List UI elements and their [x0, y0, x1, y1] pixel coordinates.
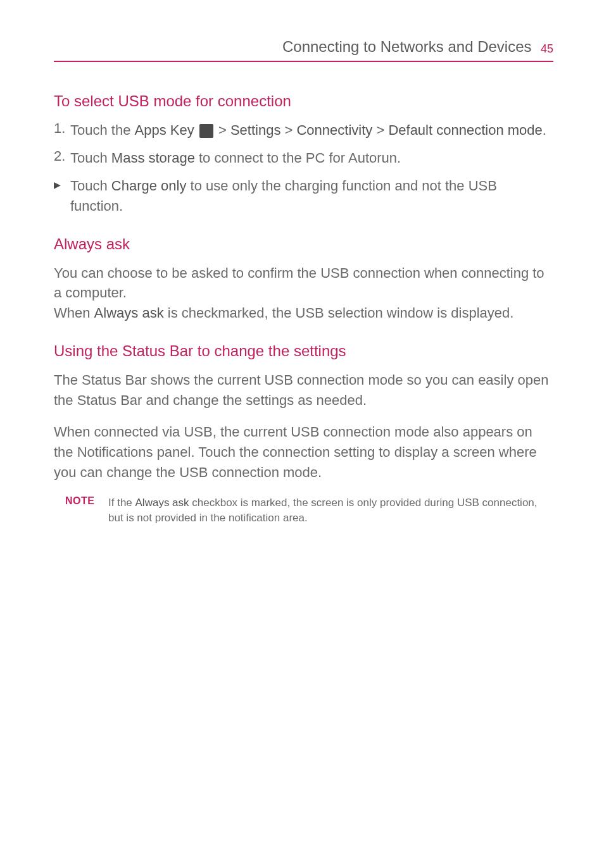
page-number: 45 — [541, 42, 553, 55]
paragraph: When Always ask is checkmarked, the USB … — [54, 303, 553, 323]
bullet-content: Touch Charge only to use only the chargi… — [70, 176, 553, 216]
always-ask-label: Always ask — [94, 305, 164, 321]
step-2: 2. Touch Mass storage to connect to the … — [54, 148, 553, 168]
text: > — [215, 122, 230, 138]
apps-key-label: Apps Key — [135, 122, 194, 138]
apps-key-icon — [199, 124, 213, 138]
section-heading-always-ask: Always ask — [54, 235, 553, 253]
mass-storage-label: Mass storage — [111, 150, 195, 166]
bullet-item: ▶ Touch Charge only to use only the char… — [54, 176, 553, 216]
step-list: 1. Touch the Apps Key > Settings > Conne… — [54, 120, 553, 216]
text: to connect to the PC for Autorun. — [195, 150, 401, 166]
default-mode-label: Default connection mode — [388, 122, 542, 138]
text: When — [54, 305, 94, 321]
note-block: NOTE If the Always ask checkbox is marke… — [54, 495, 553, 526]
text: > — [280, 122, 296, 138]
text: > — [372, 122, 388, 138]
section-heading-status-bar: Using the Status Bar to change the setti… — [54, 342, 553, 360]
paragraph: The Status Bar shows the current USB con… — [54, 370, 553, 411]
section-heading-usb-mode: To select USB mode for connection — [54, 92, 553, 110]
text: Touch — [70, 150, 111, 166]
header-title: Connecting to Networks and Devices — [282, 38, 532, 55]
triangle-bullet-icon: ▶ — [54, 176, 70, 216]
settings-label: Settings — [230, 122, 281, 138]
step-marker: 1. — [54, 120, 70, 140]
paragraph: When connected via USB, the current USB … — [54, 422, 553, 483]
text: is checkmarked, the USB selection window… — [164, 305, 514, 321]
step-content: Touch the Apps Key > Settings > Connecti… — [70, 120, 553, 140]
step-1: 1. Touch the Apps Key > Settings > Conne… — [54, 120, 553, 140]
always-ask-label: Always ask — [135, 497, 189, 509]
note-label: NOTE — [65, 495, 108, 526]
charge-only-label: Charge only — [111, 178, 187, 194]
note-text: If the Always ask checkbox is marked, th… — [108, 495, 553, 526]
step-marker: 2. — [54, 148, 70, 168]
text: Touch — [70, 178, 111, 194]
step-content: Touch Mass storage to connect to the PC … — [70, 148, 553, 168]
text: . — [543, 122, 546, 138]
text: If the — [108, 497, 135, 509]
page-header: Connecting to Networks and Devices 45 — [54, 38, 553, 62]
text: Touch the — [70, 122, 135, 138]
connectivity-label: Connectivity — [296, 122, 372, 138]
paragraph: You can choose to be asked to confirm th… — [54, 263, 553, 304]
